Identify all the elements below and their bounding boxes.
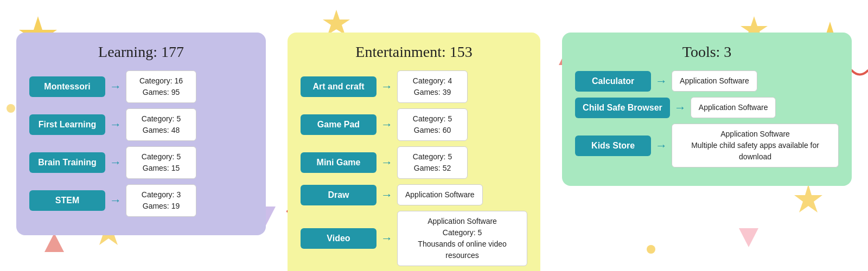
label-box[interactable]: First Learning (29, 114, 105, 135)
info-box: Category: 4Games: 39 (397, 70, 468, 103)
table-row: Child Safe Browser→Application Software (575, 97, 839, 118)
info-box: Category: 5Games: 60 (397, 108, 468, 141)
arrow-icon: → (110, 156, 122, 170)
info-box: Category: 5Games: 48 (126, 108, 196, 141)
panel-title-tools: Tools: 3 (575, 43, 839, 61)
table-row: Draw→Application Software (301, 184, 527, 205)
table-row: Game Pad→Category: 5Games: 60 (301, 108, 527, 141)
panel-title-learning: Learning: 177 (29, 43, 253, 61)
table-row: First Learning→Category: 5Games: 48 (29, 108, 253, 141)
label-box[interactable]: Video (301, 228, 376, 249)
label-box[interactable]: STEM (29, 190, 105, 211)
label-box[interactable]: Child Safe Browser (575, 98, 670, 118)
info-box: Application Software (672, 70, 757, 92)
arrow-icon: → (381, 188, 393, 202)
table-row: Brain Training→Category: 5Games: 15 (29, 146, 253, 179)
panel-title-entertainment: Entertainment: 153 (301, 43, 527, 61)
info-box: Application Software (691, 97, 776, 118)
info-box: Application Software (397, 184, 483, 205)
arrow-icon: → (110, 80, 122, 94)
panel-entertainment: Entertainment: 153Art and craft→Category… (288, 33, 540, 271)
label-box[interactable]: Mini Game (301, 152, 376, 173)
table-row: Art and craft→Category: 4Games: 39 (301, 70, 527, 103)
arrow-icon: → (381, 231, 393, 246)
table-row: Montessori→Category: 16Games: 95 (29, 70, 253, 103)
info-box: Category: 16Games: 95 (126, 70, 196, 103)
label-box[interactable]: Calculator (575, 71, 651, 92)
info-box: Category: 3Games: 19 (126, 184, 196, 217)
arrow-icon: → (381, 80, 393, 94)
label-box[interactable]: Brain Training (29, 152, 105, 173)
arrow-icon: → (381, 156, 393, 170)
label-box[interactable]: Montessori (29, 76, 105, 97)
panels-container: Learning: 177Montessori→Category: 16Game… (0, 0, 868, 271)
arrow-icon: → (381, 118, 393, 132)
label-box[interactable]: Game Pad (301, 114, 376, 135)
arrow-icon: → (655, 139, 667, 153)
info-box: Category: 5Games: 15 (126, 146, 196, 179)
info-box: Category: 5Games: 52 (397, 146, 468, 179)
info-box: Application SoftwareCategory: 5Thousands… (397, 211, 527, 266)
label-box[interactable]: Art and craft (301, 76, 376, 97)
arrow-icon: → (110, 118, 122, 132)
arrow-icon: → (674, 101, 686, 115)
info-box: Application SoftwareMultiple child safet… (672, 124, 839, 167)
table-row: STEM→Category: 3Games: 19 (29, 184, 253, 217)
table-row: Mini Game→Category: 5Games: 52 (301, 146, 527, 179)
label-box[interactable]: Kids Store (575, 136, 651, 156)
arrow-icon: → (655, 74, 667, 88)
panel-tools: Tools: 3Calculator→Application SoftwareC… (562, 33, 852, 186)
table-row: Kids Store→Application SoftwareMultiple … (575, 124, 839, 167)
panel-learning: Learning: 177Montessori→Category: 16Game… (16, 33, 266, 235)
label-box[interactable]: Draw (301, 185, 376, 205)
table-row: Calculator→Application Software (575, 70, 839, 92)
arrow-icon: → (110, 193, 122, 208)
table-row: Video→Application SoftwareCategory: 5Tho… (301, 211, 527, 266)
